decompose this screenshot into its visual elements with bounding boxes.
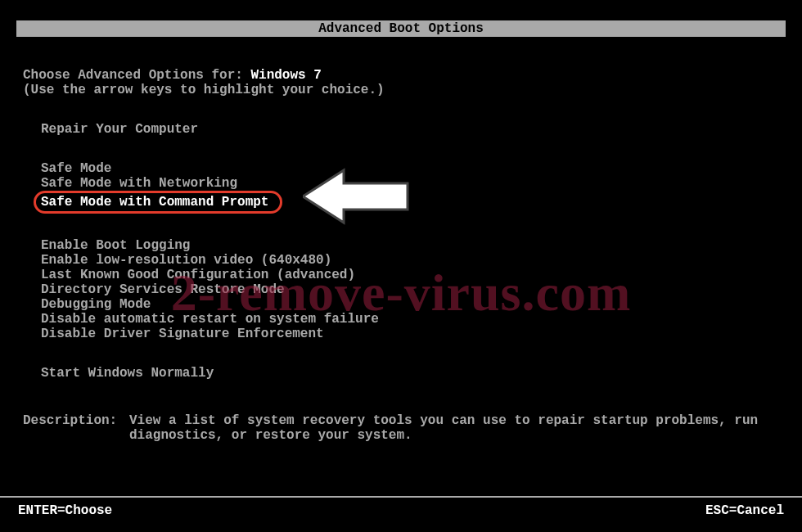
svg-marker-0 <box>303 170 408 223</box>
boot-option[interactable]: Disable Driver Signature Enforcement <box>41 327 779 341</box>
boot-option[interactable]: Safe Mode with Command Prompt <box>41 191 779 214</box>
boot-option[interactable]: Enable low-resolution video (640x480) <box>41 253 779 268</box>
footer-bar: ENTER=Choose ESC=Cancel <box>0 496 802 524</box>
boot-screen: Advanced Boot Options Choose Advanced Op… <box>0 0 802 532</box>
callout-arrow-icon <box>303 164 409 229</box>
description-text: View a list of system recovery tools you… <box>129 413 779 443</box>
description-block: Description: View a list of system recov… <box>23 413 779 443</box>
selected-option[interactable]: Safe Mode with Command Prompt <box>34 191 282 214</box>
choose-prefix: Choose Advanced Options for: <box>23 68 250 83</box>
description-label: Description: <box>23 413 129 443</box>
boot-option[interactable]: Safe Mode <box>41 161 779 176</box>
boot-option[interactable]: Last Known Good Configuration (advanced) <box>41 268 779 282</box>
os-name: Windows 7 <box>250 68 321 83</box>
footer-esc[interactable]: ESC=Cancel <box>705 498 784 524</box>
footer-enter[interactable]: ENTER=Choose <box>18 498 112 524</box>
boot-option[interactable]: Safe Mode with Networking <box>41 176 779 191</box>
boot-option[interactable]: Directory Services Restore Mode <box>41 282 779 297</box>
boot-option[interactable]: Start Windows Normally <box>41 366 779 381</box>
boot-option[interactable]: Debugging Mode <box>41 297 779 312</box>
title-bar: Advanced Boot Options <box>16 20 786 37</box>
choose-line: Choose Advanced Options for: Windows 7 <box>23 68 779 83</box>
boot-option[interactable]: Enable Boot Logging <box>41 238 779 253</box>
options-list: Repair Your Computer Safe ModeSafe Mode … <box>41 122 779 381</box>
boot-option[interactable]: Disable automatic restart on system fail… <box>41 312 779 327</box>
instruction-line: (Use the arrow keys to highlight your ch… <box>23 83 779 97</box>
boot-option[interactable]: Repair Your Computer <box>41 122 779 137</box>
content-area: Choose Advanced Options for: Windows 7 (… <box>0 37 802 443</box>
